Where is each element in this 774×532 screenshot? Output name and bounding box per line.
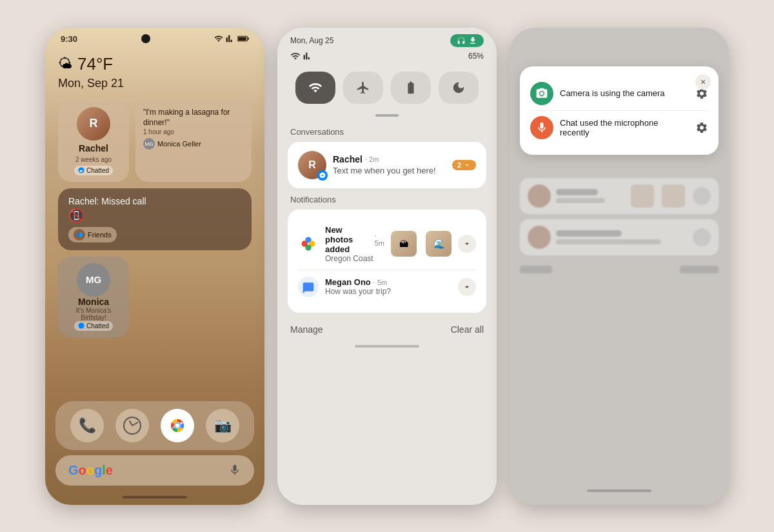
camera-app-icon[interactable]: 📷 — [206, 409, 239, 442]
rachel-time: 2 weeks ago — [75, 156, 112, 163]
megan-notif-time: · 5m — [373, 279, 387, 286]
quote-time: 1 hour ago — [143, 128, 244, 135]
weather-date: Mon, Sep 21 — [58, 77, 252, 90]
bg-line-2a — [556, 230, 622, 237]
monica-contact-card[interactable]: MG Monica It's Monica's Birthday! Chatte… — [58, 257, 129, 337]
monica-avatar: MG — [77, 263, 110, 297]
battery-tile-icon — [404, 81, 418, 95]
notifications-label: Notifications — [277, 195, 497, 210]
p2-home-indicator — [355, 345, 419, 348]
weather-widget: 🌤 74°F — [58, 54, 252, 74]
mic-perm-text: Chat used the microphone recently — [560, 118, 689, 137]
bg-thumb-2 — [662, 184, 685, 208]
rachel-name: Rachel — [79, 143, 108, 153]
monica-sub2: Birthday! — [81, 314, 106, 321]
wifi-tile[interactable] — [295, 72, 335, 104]
airplane-tile[interactable] — [343, 72, 383, 104]
microphone-icon — [535, 121, 548, 134]
status-icons — [214, 34, 249, 43]
phone-permissions: × Camera is using the camera Chat used t… — [510, 28, 729, 505]
weather-icon: 🌤 — [58, 55, 72, 72]
chevron-down-icon-megan — [462, 282, 472, 292]
missed-call-icon: 📵 — [68, 208, 146, 223]
messenger-badge — [317, 170, 328, 181]
phone-notifications: Mon, Aug 25 65% — [277, 28, 497, 505]
bg-line-1a — [556, 189, 598, 195]
bg-expand-1 — [693, 187, 711, 205]
status-bar: 9:30 — [45, 28, 264, 44]
mic-perm-settings-icon[interactable] — [695, 121, 708, 134]
bg-text-1 — [556, 189, 626, 203]
chrome-app-icon[interactable] — [161, 409, 194, 442]
notifications-footer: Manage Clear all — [277, 319, 497, 345]
rachel-action: Chatted — [74, 166, 113, 175]
messenger-icon — [78, 167, 84, 173]
rachel-contact-card[interactable]: R Rachel 2 weeks ago Chatted — [58, 101, 129, 182]
p2-connectivity-icons — [290, 51, 312, 61]
p2-wifi-icon — [290, 51, 301, 61]
battery-icon — [237, 35, 249, 43]
p2-date: Mon, Aug 25 — [290, 36, 333, 45]
chevron-down-icon — [463, 161, 471, 169]
photos-expand-btn[interactable] — [458, 235, 476, 253]
friends-label: Friends — [88, 231, 112, 239]
battery-tile[interactable] — [391, 72, 431, 104]
rachel-convo-name: Rachel — [333, 154, 362, 164]
bg-avatar-1 — [528, 184, 551, 208]
app-dock: 📞 — [55, 401, 254, 450]
monica-mini-avatar: MG — [143, 138, 155, 150]
drag-handle — [375, 114, 399, 117]
rachel-conversation-card[interactable]: R Rachel · 2m Text me when you get here!… — [288, 142, 486, 188]
conversations-label: Conversations — [277, 127, 497, 142]
manage-button[interactable]: Manage — [290, 324, 323, 335]
camera-icon — [535, 87, 548, 100]
bg-line-2b — [556, 239, 661, 244]
megan-notif-item[interactable]: Megan Ono · 5m How was your trip? — [298, 270, 476, 304]
monica-quote-card[interactable]: "I'm making a lasagna for dinner!" 1 hou… — [135, 101, 252, 182]
megan-expand-btn[interactable] — [458, 278, 476, 296]
friends-icon: 👥 — [74, 229, 85, 241]
phone-app-icon[interactable]: 📞 — [70, 409, 104, 442]
camera-permission-item: Camera is using the camera — [530, 77, 708, 110]
rachel-chatted: Chatted — [86, 167, 109, 174]
signal-icon — [226, 34, 235, 43]
mic-icon[interactable] — [228, 464, 241, 477]
megan-notif-name: Megan Ono — [325, 277, 371, 287]
svg-rect-2 — [238, 37, 246, 40]
svg-rect-1 — [248, 38, 249, 40]
monica-sub: It's Monica's — [76, 307, 111, 314]
megan-app-icon — [298, 277, 319, 297]
p2-status-bar: Mon, Aug 25 — [277, 28, 497, 51]
p2-media-pill[interactable] — [450, 34, 484, 47]
quote-text: "I'm making a lasagna for dinner!" — [143, 107, 244, 129]
quick-settings-tiles — [277, 66, 497, 114]
messages-icon — [302, 281, 315, 293]
p2-icons-row: 65% — [277, 51, 497, 66]
monica-name: Monica — [78, 297, 109, 307]
photos-notif-subtitle: Oregon Coast — [325, 254, 384, 263]
svg-point-3 — [78, 167, 84, 173]
dialog-close-button[interactable]: × — [695, 74, 711, 90]
bottom-contact-row: MG Monica It's Monica's Birthday! Chatte… — [58, 257, 252, 337]
missed-call-card[interactable]: Rachel: Missed call 📵 👥 Friends — [58, 188, 252, 250]
p3-home-indicator — [587, 489, 651, 492]
megan-notif-message: How was your trip? — [325, 287, 452, 296]
google-search-bar[interactable]: Google — [55, 455, 254, 486]
photos-app-icon — [298, 233, 319, 254]
headphone-icon — [457, 36, 466, 45]
photos-notif-item[interactable]: New photos added · 5m Oregon Coast 🏔 🌊 — [298, 219, 476, 270]
wifi-tile-icon — [308, 81, 322, 95]
photos-notif-time: · 5m — [375, 232, 384, 247]
bg-manage — [520, 266, 552, 273]
rachel-avatar: R — [77, 107, 110, 141]
photos-notif-info: New photos added · 5m Oregon Coast — [325, 225, 384, 263]
svg-point-4 — [78, 322, 84, 328]
photos-notif-title: New photos added — [325, 225, 372, 254]
clear-all-button[interactable]: Clear all — [451, 324, 484, 335]
bg-avatar-2 — [528, 226, 551, 249]
clock-face — [123, 417, 141, 435]
dnd-tile[interactable] — [439, 72, 479, 104]
clock-app-icon[interactable] — [115, 409, 149, 442]
home-indicator — [123, 496, 187, 498]
friends-badge: 👥 Friends — [68, 227, 117, 242]
